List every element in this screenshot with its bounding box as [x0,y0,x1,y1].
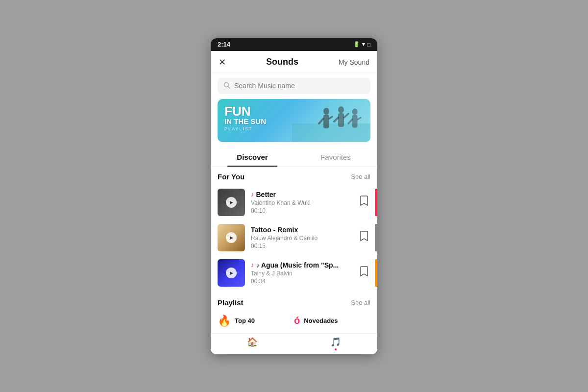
phone-container: 2:14 🔋 ▾ □ ✕ Sounds My Sound FUN IN THE … [211,38,377,354]
my-sound-link[interactable]: My Sound [339,58,369,66]
for-you-title: For You [218,172,245,181]
playlist-section: Playlist See all 🔥 Top 40 ó Novedades [211,291,377,333]
svg-rect-8 [338,113,344,127]
banner-fun: FUN [224,105,266,118]
active-dot [335,348,337,350]
banner-subtitle: IN THE SUN [224,118,266,126]
svg-line-13 [348,120,352,123]
track-info-tattoo: Tattoo - Remix Rauw Alejandro & Camilo 0… [251,226,352,249]
nav-item-active[interactable]: 🎵 [294,337,377,350]
track-artist-better: Valentino Khan & Wuki [251,199,352,206]
svg-line-10 [344,114,348,118]
bookmark-button-better[interactable] [358,194,370,211]
bookmark-button-tattoo[interactable] [358,229,370,246]
track-thumb-agua: ▶ [218,259,245,287]
track-item-tattoo[interactable]: ▶ Tattoo - Remix Rauw Alejandro & Camilo… [211,220,377,255]
playlist-title: Playlist [218,298,244,307]
play-button-tattoo[interactable]: ▶ [226,232,237,243]
playlist-item-top40[interactable]: 🔥 Top 40 [218,315,294,327]
for-you-header: For You See all [211,167,377,185]
svg-rect-2 [292,123,370,142]
tab-discover[interactable]: Discover [211,148,294,166]
close-button[interactable]: ✕ [219,57,226,68]
track-info-agua: ♪ ♪ Agua (Music from "Sp... Tainy & J Ba… [251,261,352,285]
track-duration-agua: 00:34 [251,278,352,285]
banner-image [292,99,370,142]
playlist-label-top40: Top 40 [235,317,255,324]
music-note-icon-agua: ♪ [251,261,254,269]
tab-favorites[interactable]: Favorites [294,148,377,166]
track-info-better: ♪ Better Valentino Khan & Wuki 00:10 [251,191,352,214]
track-name-tattoo: Tattoo - Remix [251,226,352,234]
track-artist-tattoo: Rauw Alejandro & Camilo [251,235,352,242]
music-note-icon: ♪ [251,191,254,198]
banner[interactable]: FUN IN THE SUN PLAYLIST [218,99,370,142]
tabs: Discover Favorites [211,148,377,167]
header-title: Sounds [266,57,298,67]
track-thumb-tattoo: ▶ [218,224,245,251]
playlist-label-novedades: Novedades [304,317,338,324]
play-button-agua[interactable]: ▶ [226,268,237,278]
svg-line-14 [358,118,361,120]
playlist-item-novedades[interactable]: ó Novedades [294,315,370,327]
play-button-better[interactable]: ▶ [226,197,237,208]
svg-point-3 [323,108,329,115]
svg-line-9 [334,118,338,122]
track-artist-agua: Tainy & J Balvin [251,270,352,277]
track-name-agua: ♪ ♪ Agua (Music from "Sp... [251,261,352,269]
banner-label: PLAYLIST [224,126,266,131]
music-nav-icon: 🎵 [330,337,341,347]
header: ✕ Sounds My Sound [211,51,377,73]
signal-icon: □ [367,42,370,48]
svg-line-1 [228,86,230,88]
svg-point-7 [338,106,344,113]
playlist-items: 🔥 Top 40 ó Novedades [211,311,377,333]
status-bar: 2:14 🔋 ▾ □ [211,38,377,51]
for-you-see-all[interactable]: See all [351,173,370,180]
battery-icon: 🔋 [353,41,360,48]
bookmark-button-agua[interactable] [358,264,370,281]
track-name-better: ♪ Better [251,191,352,198]
svg-line-6 [329,117,332,119]
track-item-agua[interactable]: ▶ ♪ ♪ Agua (Music from "Sp... Tainy & J … [211,255,377,291]
svg-point-11 [352,108,358,115]
track-thumb-better: ▶ [218,189,245,216]
tiktok-icon: ó [294,315,300,326]
track-duration-better: 00:10 [251,207,352,214]
status-time: 2:14 [218,41,230,48]
svg-rect-4 [323,115,329,128]
banner-text: FUN IN THE SUN PLAYLIST [224,105,266,132]
home-icon: 🏠 [247,337,258,347]
search-input[interactable] [234,82,365,90]
svg-line-5 [319,119,323,123]
bottom-nav: 🏠 🎵 [211,333,377,354]
svg-rect-12 [352,115,358,127]
track-item-better[interactable]: ▶ ♪ Better Valentino Khan & Wuki 00:10 [211,185,377,220]
playlist-header: Playlist See all [211,293,377,311]
status-icons: 🔋 ▾ □ [353,41,370,48]
playlist-see-all[interactable]: See all [351,299,370,306]
fire-icon: 🔥 [218,315,231,327]
track-duration-tattoo: 00:15 [251,243,352,249]
wifi-icon: ▾ [362,41,365,48]
search-bar [218,78,370,94]
search-icon [223,82,230,90]
nav-item-home[interactable]: 🏠 [211,337,294,350]
